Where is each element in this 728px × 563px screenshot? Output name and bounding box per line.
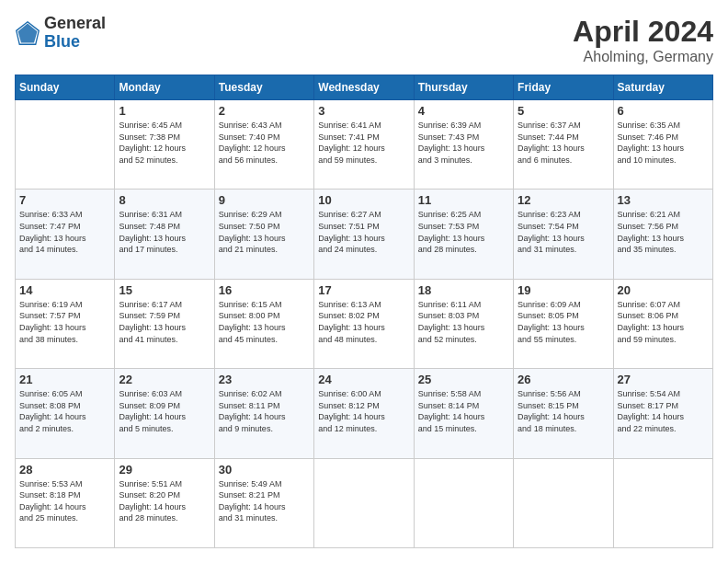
calendar-cell: 25Sunrise: 5:58 AM Sunset: 8:14 PM Dayli… [414, 369, 513, 458]
calendar-cell: 9Sunrise: 6:29 AM Sunset: 7:50 PM Daylig… [214, 190, 313, 279]
calendar-cell: 28Sunrise: 5:53 AM Sunset: 8:18 PM Dayli… [16, 458, 115, 547]
calendar-week-1: 1Sunrise: 6:45 AM Sunset: 7:38 PM Daylig… [16, 100, 713, 190]
day-info: Sunrise: 6:09 AM Sunset: 8:05 PM Dayligh… [518, 299, 609, 345]
logo-text: General Blue [44, 15, 106, 52]
day-info: Sunrise: 6:05 AM Sunset: 8:08 PM Dayligh… [19, 388, 110, 434]
logo-icon [15, 20, 40, 46]
day-info: Sunrise: 6:11 AM Sunset: 8:03 PM Dayligh… [418, 299, 509, 345]
calendar-cell [16, 100, 115, 190]
day-number: 2 [219, 104, 310, 118]
day-info: Sunrise: 6:43 AM Sunset: 7:40 PM Dayligh… [219, 120, 310, 166]
day-info: Sunrise: 6:07 AM Sunset: 8:06 PM Dayligh… [618, 299, 709, 345]
calendar-cell: 12Sunrise: 6:23 AM Sunset: 7:54 PM Dayli… [514, 190, 613, 279]
calendar-header-friday: Friday [514, 75, 613, 100]
day-info: Sunrise: 6:21 AM Sunset: 7:56 PM Dayligh… [618, 209, 709, 255]
day-info: Sunrise: 6:17 AM Sunset: 7:59 PM Dayligh… [119, 299, 210, 345]
calendar-cell [314, 458, 414, 547]
calendar-week-5: 28Sunrise: 5:53 AM Sunset: 8:18 PM Dayli… [16, 458, 713, 547]
svg-marker-0 [18, 23, 38, 42]
calendar-cell: 27Sunrise: 5:54 AM Sunset: 8:17 PM Dayli… [613, 369, 712, 458]
day-number: 1 [119, 104, 210, 118]
calendar-header-row: SundayMondayTuesdayWednesdayThursdayFrid… [16, 75, 713, 100]
calendar-cell: 22Sunrise: 6:03 AM Sunset: 8:09 PM Dayli… [115, 369, 214, 458]
day-number: 26 [518, 373, 609, 386]
day-info: Sunrise: 6:03 AM Sunset: 8:09 PM Dayligh… [119, 388, 210, 434]
day-number: 27 [618, 373, 709, 386]
day-info: Sunrise: 6:41 AM Sunset: 7:41 PM Dayligh… [318, 120, 409, 166]
calendar-header-saturday: Saturday [613, 75, 712, 100]
day-number: 23 [219, 373, 310, 386]
calendar-cell: 23Sunrise: 6:02 AM Sunset: 8:11 PM Dayli… [214, 369, 313, 458]
calendar-header-tuesday: Tuesday [214, 75, 313, 100]
calendar-week-2: 7Sunrise: 6:33 AM Sunset: 7:47 PM Daylig… [16, 190, 713, 279]
calendar-cell: 30Sunrise: 5:49 AM Sunset: 8:21 PM Dayli… [214, 458, 313, 547]
day-number: 16 [219, 283, 310, 297]
day-number: 28 [19, 463, 110, 477]
day-number: 10 [318, 193, 409, 207]
page: General Blue April 2024 Aholming, German… [0, 0, 728, 563]
calendar-cell [514, 458, 613, 547]
day-info: Sunrise: 6:27 AM Sunset: 7:51 PM Dayligh… [318, 209, 409, 255]
day-info: Sunrise: 6:45 AM Sunset: 7:38 PM Dayligh… [119, 120, 210, 166]
day-info: Sunrise: 5:58 AM Sunset: 8:14 PM Dayligh… [418, 388, 509, 434]
day-number: 6 [618, 104, 709, 118]
day-info: Sunrise: 6:02 AM Sunset: 8:11 PM Dayligh… [219, 388, 310, 434]
calendar-header-sunday: Sunday [16, 75, 115, 100]
calendar-cell: 16Sunrise: 6:15 AM Sunset: 8:00 PM Dayli… [214, 279, 313, 368]
calendar-cell: 10Sunrise: 6:27 AM Sunset: 7:51 PM Dayli… [314, 190, 414, 279]
day-number: 13 [618, 193, 709, 207]
calendar-header-wednesday: Wednesday [314, 75, 414, 100]
calendar-cell: 21Sunrise: 6:05 AM Sunset: 8:08 PM Dayli… [16, 369, 115, 458]
day-info: Sunrise: 5:54 AM Sunset: 8:17 PM Dayligh… [618, 388, 709, 434]
day-info: Sunrise: 6:13 AM Sunset: 8:02 PM Dayligh… [318, 299, 409, 345]
day-info: Sunrise: 6:23 AM Sunset: 7:54 PM Dayligh… [518, 209, 609, 255]
day-number: 5 [518, 104, 609, 118]
calendar-cell: 29Sunrise: 5:51 AM Sunset: 8:20 PM Dayli… [115, 458, 214, 547]
calendar-cell: 2Sunrise: 6:43 AM Sunset: 7:40 PM Daylig… [214, 100, 313, 190]
calendar-week-3: 14Sunrise: 6:19 AM Sunset: 7:57 PM Dayli… [16, 279, 713, 368]
day-number: 19 [518, 283, 609, 297]
location: Aholming, Germany [573, 49, 713, 65]
day-info: Sunrise: 6:39 AM Sunset: 7:43 PM Dayligh… [418, 120, 509, 166]
calendar-cell: 15Sunrise: 6:17 AM Sunset: 7:59 PM Dayli… [115, 279, 214, 368]
day-info: Sunrise: 6:33 AM Sunset: 7:47 PM Dayligh… [19, 209, 110, 255]
day-number: 11 [418, 193, 509, 207]
day-info: Sunrise: 6:31 AM Sunset: 7:48 PM Dayligh… [119, 209, 210, 255]
calendar-header-thursday: Thursday [414, 75, 513, 100]
day-number: 22 [119, 373, 210, 386]
day-number: 24 [318, 373, 409, 386]
day-info: Sunrise: 6:00 AM Sunset: 8:12 PM Dayligh… [318, 388, 409, 434]
day-number: 3 [318, 104, 409, 118]
calendar-cell: 3Sunrise: 6:41 AM Sunset: 7:41 PM Daylig… [314, 100, 414, 190]
calendar: SundayMondayTuesdayWednesdayThursdayFrid… [15, 75, 713, 548]
day-number: 18 [418, 283, 509, 297]
day-number: 4 [418, 104, 509, 118]
logo-blue-text: Blue [44, 33, 106, 52]
day-info: Sunrise: 6:15 AM Sunset: 8:00 PM Dayligh… [219, 299, 310, 345]
day-number: 9 [219, 193, 310, 207]
calendar-cell: 7Sunrise: 6:33 AM Sunset: 7:47 PM Daylig… [16, 190, 115, 279]
day-number: 21 [19, 373, 110, 386]
calendar-cell: 20Sunrise: 6:07 AM Sunset: 8:06 PM Dayli… [613, 279, 712, 368]
day-number: 20 [618, 283, 709, 297]
calendar-header-monday: Monday [115, 75, 214, 100]
calendar-cell [613, 458, 712, 547]
month-title: April 2024 [573, 15, 713, 49]
calendar-cell: 19Sunrise: 6:09 AM Sunset: 8:05 PM Dayli… [514, 279, 613, 368]
calendar-cell: 24Sunrise: 6:00 AM Sunset: 8:12 PM Dayli… [314, 369, 414, 458]
calendar-week-4: 21Sunrise: 6:05 AM Sunset: 8:08 PM Dayli… [16, 369, 713, 458]
day-number: 30 [219, 463, 310, 477]
day-number: 15 [119, 283, 210, 297]
calendar-cell: 18Sunrise: 6:11 AM Sunset: 8:03 PM Dayli… [414, 279, 513, 368]
day-number: 8 [119, 193, 210, 207]
day-number: 29 [119, 463, 210, 477]
day-info: Sunrise: 5:49 AM Sunset: 8:21 PM Dayligh… [219, 478, 310, 524]
header: General Blue April 2024 Aholming, German… [15, 15, 713, 65]
calendar-cell: 11Sunrise: 6:25 AM Sunset: 7:53 PM Dayli… [414, 190, 513, 279]
calendar-cell: 17Sunrise: 6:13 AM Sunset: 8:02 PM Dayli… [314, 279, 414, 368]
calendar-cell: 8Sunrise: 6:31 AM Sunset: 7:48 PM Daylig… [115, 190, 214, 279]
day-info: Sunrise: 5:56 AM Sunset: 8:15 PM Dayligh… [518, 388, 609, 434]
day-number: 17 [318, 283, 409, 297]
calendar-cell: 4Sunrise: 6:39 AM Sunset: 7:43 PM Daylig… [414, 100, 513, 190]
title-block: April 2024 Aholming, Germany [573, 15, 713, 65]
